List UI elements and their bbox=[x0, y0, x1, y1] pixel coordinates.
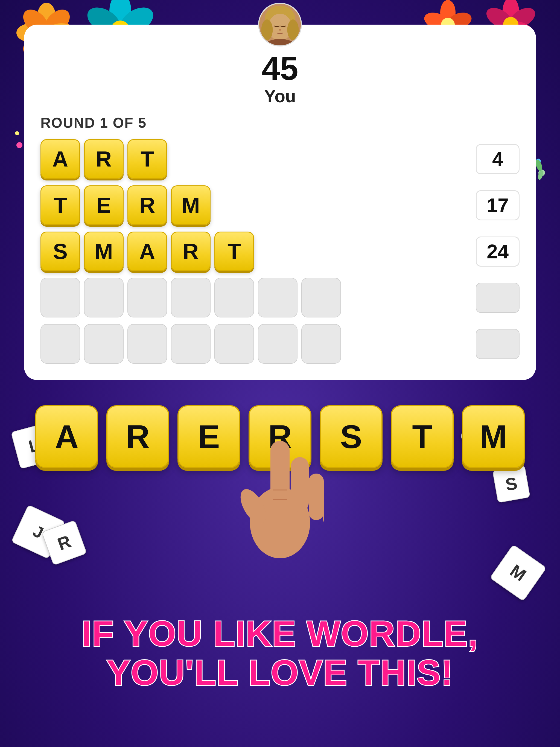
word-tiles-2: T E R M bbox=[41, 185, 470, 225]
word-row-3: S M A R T 24 bbox=[41, 232, 519, 271]
word-score-3: 24 bbox=[476, 236, 519, 266]
player-score: 45 bbox=[262, 52, 298, 85]
svg-point-34 bbox=[261, 19, 273, 40]
tile-empty bbox=[214, 278, 254, 317]
tile-M2[interactable]: M bbox=[84, 232, 124, 271]
svg-rect-40 bbox=[271, 441, 289, 506]
falling-letter-S: S bbox=[492, 465, 530, 503]
word-row-4 bbox=[41, 278, 519, 317]
svg-point-30 bbox=[537, 170, 544, 180]
round-label: ROUND 1 OF 5 bbox=[41, 114, 519, 131]
svg-rect-41 bbox=[291, 457, 309, 512]
word-tiles-4 bbox=[41, 278, 470, 317]
tile-empty bbox=[84, 324, 124, 364]
tile-empty bbox=[214, 324, 254, 364]
tile-A2[interactable]: A bbox=[127, 232, 167, 271]
hand-pointer bbox=[236, 419, 324, 561]
tile-empty bbox=[171, 324, 210, 364]
tile-S[interactable]: S bbox=[41, 232, 80, 271]
tile-R3[interactable]: R bbox=[171, 232, 210, 271]
rack-tile-T[interactable]: T bbox=[391, 405, 454, 468]
word-score-2: 17 bbox=[476, 190, 519, 221]
word-score-5-empty bbox=[476, 329, 519, 359]
svg-rect-43 bbox=[323, 485, 324, 525]
word-rows: A R T 4 T E R M 17 S M A R T bbox=[41, 139, 519, 364]
tile-E[interactable]: E bbox=[84, 185, 124, 225]
rack-tile-R[interactable]: R bbox=[106, 405, 169, 468]
leaf-icon bbox=[537, 170, 544, 180]
tile-A[interactable]: A bbox=[41, 139, 80, 179]
confetti-dot bbox=[15, 131, 19, 135]
tile-empty bbox=[301, 324, 341, 364]
confetti-dot bbox=[17, 142, 22, 148]
word-row-2: T E R M 17 bbox=[41, 185, 519, 225]
rack-tile-M[interactable]: M bbox=[462, 405, 525, 468]
tile-empty bbox=[171, 278, 210, 317]
word-tiles-5 bbox=[41, 324, 470, 364]
tile-M[interactable]: M bbox=[171, 185, 210, 225]
word-score-4-empty bbox=[476, 283, 519, 313]
promo-text: IF YOU LIKE WORDLE, YOU'LL LOVE THIS! bbox=[0, 614, 560, 692]
tile-empty bbox=[127, 324, 167, 364]
svg-point-36 bbox=[279, 29, 281, 31]
word-score-1: 4 bbox=[476, 144, 519, 174]
tile-empty bbox=[84, 278, 124, 317]
tile-R[interactable]: R bbox=[84, 139, 124, 179]
tile-empty bbox=[301, 278, 341, 317]
tile-T2[interactable]: T bbox=[41, 185, 80, 225]
rack-tile-A[interactable]: A bbox=[35, 405, 98, 468]
tile-T3[interactable]: T bbox=[214, 232, 254, 271]
tile-T[interactable]: T bbox=[127, 139, 167, 179]
tile-empty bbox=[258, 278, 298, 317]
player-header: 45 You bbox=[41, 47, 519, 106]
promo-line2: YOU'LL LOVE THIS! bbox=[0, 653, 560, 692]
tile-empty bbox=[41, 278, 80, 317]
word-row-5 bbox=[41, 324, 519, 364]
tile-R2[interactable]: R bbox=[127, 185, 167, 225]
svg-rect-42 bbox=[309, 473, 324, 520]
rack-tile-E[interactable]: E bbox=[177, 405, 240, 468]
tile-empty bbox=[41, 324, 80, 364]
player-name: You bbox=[264, 86, 296, 106]
tile-empty bbox=[127, 278, 167, 317]
word-row-1: A R T 4 bbox=[41, 139, 519, 179]
promo-line1: IF YOU LIKE WORDLE, bbox=[0, 614, 560, 653]
player-avatar bbox=[258, 3, 302, 47]
game-card: 45 You ROUND 1 OF 5 A R T 4 T E R M 17 bbox=[24, 25, 536, 380]
word-tiles-1: A R T bbox=[41, 139, 470, 179]
tile-empty bbox=[258, 324, 298, 364]
word-tiles-3: S M A R T bbox=[41, 232, 470, 271]
svg-point-35 bbox=[287, 19, 299, 40]
rack-tile-S[interactable]: S bbox=[320, 405, 383, 468]
